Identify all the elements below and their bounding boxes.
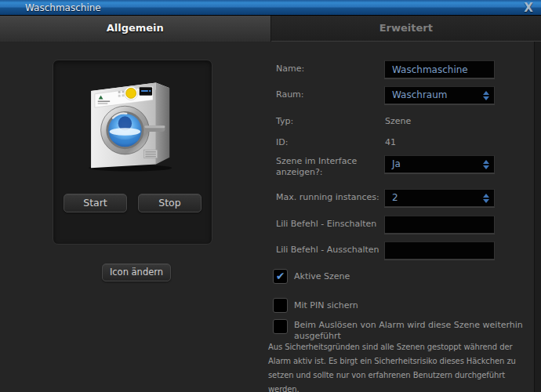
max-instances-value: 2 [392,190,398,206]
scrollbar[interactable] [534,42,541,392]
show-in-interface-select[interactable]: Ja [384,155,495,173]
lili-on-input[interactable] [384,216,495,234]
max-instances-label: Max. running instances: [276,192,379,203]
id-value: 41 [385,137,396,147]
change-icon-button[interactable]: Icon ändern [102,263,171,281]
alarm-safety-note-line: Alarm aktiv ist. Es birgt ein Sicherheit… [268,354,527,368]
raum-label: Raum: [276,89,304,100]
active-scene-checkbox[interactable] [273,269,288,284]
show-in-interface-label: Szene im Interface anzeigen?: [276,156,372,178]
device-preview-panel: Start Stop [53,60,212,245]
show-in-interface-value: Ja [392,156,401,172]
scene-settings-form: Name: Raum: Waschraum Typ: Szene ID: 41 … [268,42,535,392]
run-during-alarm-label: Beim Auslösen von Alarm wird diese Szene… [294,320,529,341]
run-during-alarm-checkbox[interactable] [273,319,288,334]
raum-select-value: Waschraum [392,87,448,103]
lili-off-input[interactable] [384,241,495,260]
start-button[interactable]: Start [64,194,127,212]
updown-arrows-icon [483,194,489,203]
updown-arrows-icon [483,160,489,169]
pin-protect-checkbox[interactable] [273,298,288,313]
pin-protect-label: Mit PIN sichern [294,300,358,311]
tab-allgemein[interactable]: Allgemein [0,16,271,42]
active-scene-label: Aktive Szene [294,271,350,282]
alarm-safety-note-line: setzen und sollte nur von erfahrenen Ben… [268,368,527,383]
stop-button[interactable]: Stop [138,194,202,212]
alarm-safety-note: Aus Sicherheitsgründen sind alle Szenen … [268,340,527,392]
tab-bar: Allgemein Erweitert [0,16,541,42]
scene-settings-dialog: Waschmaschine X Allgemein Erweitert [0,0,541,392]
alarm-safety-note-line: werden. [268,383,527,392]
id-label: ID: [276,137,288,148]
tab-erweitert[interactable]: Erweitert [271,16,541,42]
updown-arrows-icon [483,91,489,100]
typ-label: Typ: [276,116,293,127]
max-instances-select[interactable]: 2 [384,189,495,207]
window-title: Waschmaschine [25,0,101,16]
name-input[interactable] [384,60,495,78]
lili-on-label: Lili Befehl - Einschalten [276,219,376,230]
raum-select[interactable]: Waschraum [384,86,495,104]
typ-value: Szene [385,116,411,126]
washing-machine-image [80,71,187,172]
dialog-content: Start Stop Icon ändern Name: Raum: Wasch… [0,42,541,392]
alarm-safety-note-line: Aus Sicherheitsgründen sind alle Szenen … [268,340,527,354]
close-icon[interactable]: X [522,1,535,15]
name-label: Name: [276,64,304,74]
lili-off-label: Lili Befehl - Ausschalten [276,245,379,256]
titlebar[interactable]: Waschmaschine X [0,0,541,16]
